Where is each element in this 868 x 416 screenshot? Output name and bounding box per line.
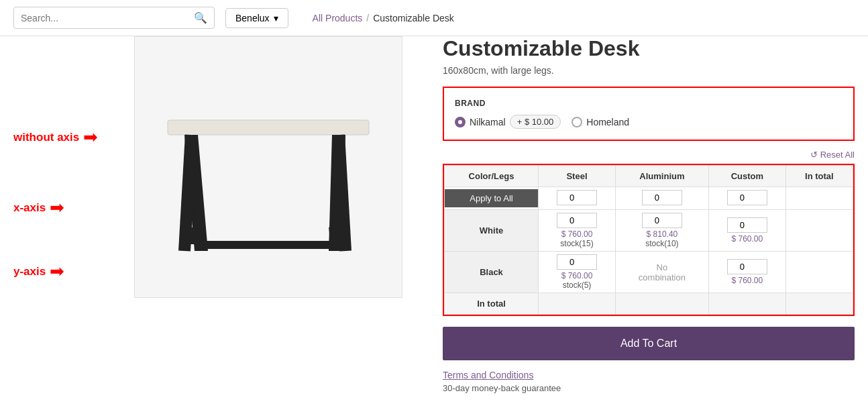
in-total-value-cell xyxy=(785,293,853,315)
white-steel-stock: stock(15) xyxy=(543,239,611,248)
apply-steel-cell xyxy=(539,187,616,210)
radio-unselected-icon xyxy=(572,117,582,127)
in-total-label-cell: In total xyxy=(445,293,539,315)
search-bar: 🔍 xyxy=(13,7,215,29)
col-header-custom: Custom xyxy=(708,166,785,187)
breadcrumb: All Products / Customizable Desk xyxy=(313,13,454,23)
apply-in-total-cell xyxy=(785,187,853,210)
white-steel-price: $ 760.00 xyxy=(543,229,611,239)
search-input[interactable] xyxy=(21,13,194,23)
in-total-steel-cell xyxy=(539,293,616,315)
apply-to-all-row: Apply to All xyxy=(445,187,853,210)
y-axis-arrow: ➡ xyxy=(50,261,64,282)
apply-to-all-button[interactable]: Apply to All xyxy=(445,189,538,207)
reset-all-button[interactable]: ↺ Reset All xyxy=(810,150,855,160)
apply-to-all-cell: Apply to All xyxy=(445,187,539,210)
reset-all-container: ↺ Reset All xyxy=(443,149,855,160)
white-aluminium-price: $ 810.40 xyxy=(620,229,704,239)
brand-option-nilkamal[interactable]: Nilkamal + $ 10.00 xyxy=(455,115,561,129)
product-subtitle: 160x80cm, with large legs. xyxy=(443,65,855,76)
brand-homeland-label: Homeland xyxy=(586,117,629,127)
brand-nilkamal-price: + $ 10.00 xyxy=(510,115,561,129)
white-aluminium-cell: $ 810.40 stock(10) xyxy=(615,210,708,252)
left-panel: without axis ➡ x-axis ➡ y-axis ➡ xyxy=(13,36,429,393)
x-axis-arrow: ➡ xyxy=(50,197,64,218)
white-row: White $ 760.00 stock(15) $ 810.40 xyxy=(445,210,853,252)
white-in-total-cell xyxy=(785,210,853,252)
matrix-table: Color/Legs Steel Aluminium Custom In tot… xyxy=(444,165,853,315)
region-selector[interactable]: Benelux ▾ xyxy=(225,8,288,28)
breadcrumb-parent[interactable]: All Products xyxy=(313,13,363,23)
region-label: Benelux xyxy=(235,13,270,23)
matrix-wrapper: Color/Legs Steel Aluminium Custom In tot… xyxy=(443,164,855,316)
black-custom-price: $ 760.00 xyxy=(713,276,781,285)
black-steel-stock: stock(5) xyxy=(543,280,611,290)
black-aluminium-cell: Nocombination xyxy=(615,252,708,293)
svg-rect-0 xyxy=(168,120,369,135)
desk-illustration xyxy=(148,60,389,274)
money-back-text: 30-day money-back guarantee xyxy=(443,383,855,393)
brand-nilkamal-label: Nilkamal xyxy=(470,117,506,127)
white-steel-cell: $ 760.00 stock(15) xyxy=(539,210,616,252)
matrix-header-row: Color/Legs Steel Aluminium Custom In tot… xyxy=(445,166,853,187)
white-steel-qty[interactable] xyxy=(557,213,597,228)
product-title: Customizable Desk xyxy=(443,36,855,61)
col-header-aluminium: Aluminium xyxy=(615,166,708,187)
apply-custom-cell xyxy=(708,187,785,210)
apply-aluminium-cell xyxy=(615,187,708,210)
without-axis-label: without axis xyxy=(13,131,79,144)
black-steel-qty[interactable] xyxy=(557,254,597,270)
chevron-down-icon: ▾ xyxy=(274,13,278,23)
white-aluminium-stock: stock(10) xyxy=(620,239,704,248)
white-custom-cell: $ 760.00 xyxy=(708,210,785,252)
apply-aluminium-qty[interactable] xyxy=(642,190,682,205)
in-total-row: In total xyxy=(445,293,853,315)
radio-selected-icon xyxy=(455,117,466,127)
in-total-custom-cell xyxy=(708,293,785,315)
black-row-label: Black xyxy=(445,252,539,293)
right-panel: Customizable Desk 160x80cm, with large l… xyxy=(429,36,855,393)
annotation-area: without axis ➡ x-axis ➡ y-axis ➡ xyxy=(13,36,429,331)
apply-steel-qty[interactable] xyxy=(557,190,597,205)
add-to-cart-button[interactable]: Add To Cart xyxy=(443,327,855,360)
main-layout: without axis ➡ x-axis ➡ y-axis ➡ xyxy=(0,36,868,393)
col-header-in-total: In total xyxy=(785,166,853,187)
svg-rect-7 xyxy=(198,241,335,249)
x-axis-label: x-axis xyxy=(13,201,46,215)
col-header-color-legs: Color/Legs xyxy=(445,166,539,187)
brand-label: BRAND xyxy=(455,99,843,108)
brand-section: BRAND Nilkamal + $ 10.00 Homeland xyxy=(443,87,855,141)
search-icon[interactable]: 🔍 xyxy=(194,11,207,24)
white-aluminium-qty[interactable] xyxy=(642,213,682,228)
without-axis-arrow: ➡ xyxy=(83,127,98,148)
black-steel-cell: $ 760.00 stock(5) xyxy=(539,252,616,293)
black-steel-price: $ 760.00 xyxy=(543,271,611,280)
in-total-aluminium-cell xyxy=(615,293,708,315)
black-custom-qty[interactable] xyxy=(727,259,767,274)
white-custom-price: $ 760.00 xyxy=(713,234,781,244)
white-custom-qty[interactable] xyxy=(727,217,767,233)
black-custom-cell: $ 760.00 xyxy=(708,252,785,293)
apply-custom-qty[interactable] xyxy=(727,190,767,205)
product-image xyxy=(134,36,402,298)
white-row-label: White xyxy=(445,210,539,252)
black-aluminium-no-combo: Nocombination xyxy=(616,257,708,288)
brand-options: Nilkamal + $ 10.00 Homeland xyxy=(455,115,843,129)
black-row: Black $ 760.00 stock(5) Nocombination xyxy=(445,252,853,293)
col-header-steel: Steel xyxy=(539,166,616,187)
reset-icon: ↺ xyxy=(810,150,818,160)
header: 🔍 Benelux ▾ All Products / Customizable … xyxy=(0,0,868,36)
black-in-total-cell xyxy=(785,252,853,293)
y-axis-label: y-axis xyxy=(13,265,46,278)
breadcrumb-current: Customizable Desk xyxy=(373,13,454,23)
reset-all-label: Reset All xyxy=(820,150,855,160)
breadcrumb-separator: / xyxy=(366,13,369,23)
terms-link[interactable]: Terms and Conditions xyxy=(443,370,855,380)
brand-option-homeland[interactable]: Homeland xyxy=(572,117,629,127)
